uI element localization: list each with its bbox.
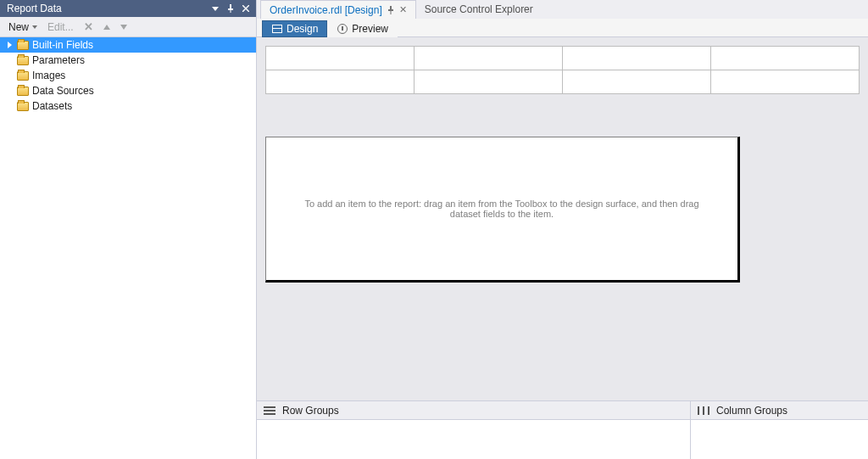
folder-icon <box>17 41 29 50</box>
table-row[interactable] <box>266 47 860 70</box>
svg-rect-1 <box>228 8 233 10</box>
move-up-button[interactable] <box>100 23 114 31</box>
chevron-down-icon <box>32 25 37 29</box>
delete-x-icon: ✕ <box>84 20 93 33</box>
panel-menu-button[interactable] <box>209 2 222 15</box>
tab-close-icon[interactable]: ✕ <box>399 4 407 15</box>
document-area: OrderInvoice.rdl [Design] ✕ Source Contr… <box>257 0 868 459</box>
pin-icon[interactable] <box>387 6 394 14</box>
document-tabstrip: OrderInvoice.rdl [Design] ✕ Source Contr… <box>257 0 868 19</box>
row-groups-label: Row Groups <box>282 405 339 417</box>
groups-header: Row Groups Column Groups <box>257 400 868 419</box>
tab-label: Source Control Explorer <box>425 3 533 15</box>
tree-item-label: Datasets <box>32 100 72 112</box>
preview-icon <box>337 24 348 34</box>
expand-spacer <box>5 71 14 80</box>
design-icon <box>271 24 283 34</box>
tree-item-label: Images <box>32 70 65 81</box>
report-data-panel: Report Data New Edit... ✕ <box>0 0 257 459</box>
row-groups-icon <box>264 406 275 415</box>
svg-rect-4 <box>388 9 393 11</box>
tree-item-label: Parameters <box>32 54 85 66</box>
design-surface[interactable]: To add an item to the report: drag an it… <box>265 137 740 283</box>
groups-body <box>257 419 868 459</box>
design-surface-hint: To add an item to the report: drag an it… <box>290 199 714 219</box>
panel-title: Report Data <box>7 3 62 14</box>
move-down-button[interactable] <box>117 23 131 31</box>
designer-mode-tabs: Design Preview <box>257 19 868 37</box>
column-groups-header[interactable]: Column Groups <box>690 401 868 419</box>
new-button-label: New <box>8 21 29 33</box>
report-data-tree: Built-in Fields Parameters Images Data S… <box>0 37 256 459</box>
column-groups-icon <box>698 406 709 415</box>
expand-spacer <box>5 102 14 110</box>
panel-titlebar: Report Data <box>0 0 256 17</box>
panel-pin-button[interactable] <box>224 2 237 15</box>
design-body: To add an item to the report: drag an it… <box>257 37 868 459</box>
edit-button-label: Edit... <box>47 21 74 33</box>
column-groups-pane[interactable] <box>690 420 868 459</box>
row-groups-header[interactable]: Row Groups <box>257 401 690 419</box>
folder-icon <box>17 102 29 111</box>
svg-rect-5 <box>390 11 391 14</box>
design-surface-wrap: To add an item to the report: drag an it… <box>257 103 868 400</box>
tree-item-data-sources[interactable]: Data Sources <box>0 83 256 98</box>
arrow-up-icon <box>103 25 110 30</box>
tab-source-control-explorer[interactable]: Source Control Explorer <box>416 0 542 19</box>
tab-orderinvoice[interactable]: OrderInvoice.rdl [Design] ✕ <box>260 0 416 19</box>
mode-tab-design[interactable]: Design <box>262 20 327 37</box>
edit-button[interactable]: Edit... <box>44 20 77 35</box>
arrow-down-icon <box>120 25 127 30</box>
new-button[interactable]: New <box>5 20 41 35</box>
mode-tab-preview[interactable]: Preview <box>327 20 398 37</box>
tree-item-built-in-fields[interactable]: Built-in Fields <box>0 37 256 53</box>
expand-icon[interactable] <box>5 41 14 49</box>
panel-close-button[interactable] <box>239 2 253 15</box>
tree-item-label: Data Sources <box>32 85 94 97</box>
svg-rect-2 <box>231 10 231 13</box>
parameters-grid[interactable] <box>265 46 860 94</box>
row-groups-pane[interactable] <box>257 420 690 459</box>
tree-item-datasets[interactable]: Datasets <box>0 98 256 114</box>
folder-icon <box>17 71 29 81</box>
column-groups-label: Column Groups <box>716 405 787 417</box>
tree-item-label: Built-in Fields <box>32 39 93 51</box>
tree-item-parameters[interactable]: Parameters <box>0 53 256 68</box>
panel-toolbar: New Edit... ✕ <box>0 17 256 37</box>
expand-spacer <box>5 87 14 95</box>
tab-label: OrderInvoice.rdl [Design] <box>270 4 382 16</box>
mode-tab-label: Preview <box>352 23 388 35</box>
tree-item-images[interactable]: Images <box>0 68 256 83</box>
table-row[interactable] <box>266 70 860 94</box>
folder-icon <box>17 87 29 96</box>
expand-spacer <box>5 56 14 64</box>
mode-tab-label: Design <box>287 23 318 35</box>
folder-icon <box>17 56 29 65</box>
delete-button[interactable]: ✕ <box>81 19 97 35</box>
